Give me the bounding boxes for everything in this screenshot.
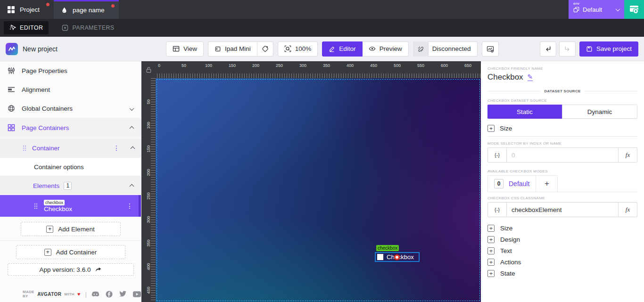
section-size[interactable]: +Size bbox=[487, 223, 637, 233]
app-version-button[interactable]: App version: 3.6.0 bbox=[8, 263, 134, 276]
checkbox-item-label: Checkbox bbox=[44, 205, 72, 212]
kebab-menu-icon[interactable]: ⋮ bbox=[113, 144, 120, 152]
v-ruler-number: 100 bbox=[146, 118, 151, 132]
dataset-source-divider-label: DATASET SOURCE bbox=[544, 89, 580, 93]
discord-icon[interactable] bbox=[91, 291, 99, 297]
checkbox-input[interactable] bbox=[377, 254, 383, 260]
modebar: EDITOR PARAMETERS bbox=[0, 19, 644, 37]
add-element-button[interactable]: + Add Element bbox=[21, 222, 121, 236]
h-ruler-number: 650 bbox=[464, 63, 471, 68]
section-state[interactable]: +State bbox=[487, 269, 637, 278]
global-containers-label: Global Containers bbox=[22, 105, 73, 112]
sidebar-item-page-containers[interactable]: Page Containers bbox=[0, 118, 141, 138]
undo-button[interactable] bbox=[540, 41, 556, 57]
unsaved-dot bbox=[111, 4, 115, 8]
section-text[interactable]: +Text bbox=[487, 246, 637, 256]
sidebar-item-alignment[interactable]: Alignment bbox=[0, 80, 141, 99]
env-value: Default bbox=[583, 6, 602, 13]
expand-icon: + bbox=[487, 236, 495, 243]
checkbox-modes-tabs: 0 Default + bbox=[487, 175, 637, 192]
section-design-label: Design bbox=[500, 236, 520, 243]
drag-handle-icon[interactable] bbox=[23, 145, 26, 151]
tree-item-elements[interactable]: Elements 1 bbox=[0, 176, 141, 195]
parameters-x-icon bbox=[62, 24, 68, 31]
twitter-icon[interactable] bbox=[119, 291, 127, 297]
h-ruler-number: 100 bbox=[205, 63, 212, 68]
mode-selector-input[interactable] bbox=[507, 148, 618, 162]
tree-item-container[interactable]: Container ⋮ bbox=[0, 139, 141, 157]
mode-index-badge: 0 bbox=[494, 179, 504, 188]
parameters-mode-button[interactable]: PARAMETERS bbox=[56, 21, 120, 34]
ruler-lock-button[interactable] bbox=[141, 61, 156, 78]
tree-item-container-options[interactable]: Container options bbox=[0, 157, 141, 176]
zoom-level-button[interactable]: 100% bbox=[278, 41, 318, 57]
view-button[interactable]: View bbox=[166, 41, 204, 57]
fx-icon[interactable]: fx bbox=[618, 148, 637, 162]
connection-button[interactable]: Disconnected bbox=[413, 41, 478, 57]
redo-button[interactable] bbox=[559, 41, 576, 57]
save-project-button[interactable]: Save project bbox=[579, 41, 638, 57]
tab-project[interactable]: Project bbox=[0, 0, 54, 19]
section-actions[interactable]: +Actions bbox=[487, 257, 637, 267]
add-mode-button[interactable]: + bbox=[536, 175, 558, 192]
env-selector[interactable]: env Default bbox=[569, 0, 624, 19]
page-containers-label: Page Containers bbox=[22, 124, 69, 131]
braces-icon[interactable]: {-} bbox=[488, 203, 507, 217]
container-selection-border bbox=[157, 79, 480, 301]
section-size-label: Size bbox=[500, 225, 512, 232]
rotate-device-button[interactable] bbox=[257, 41, 273, 57]
size-top-label: Size bbox=[500, 125, 512, 132]
canvas-stage[interactable]: checkbox Checkbox bbox=[156, 78, 481, 302]
h-ruler-number: 600 bbox=[441, 63, 448, 68]
sidebar-item-page-properties[interactable]: Page Properties bbox=[0, 61, 141, 80]
static-option[interactable]: Static bbox=[487, 105, 562, 119]
facebook-icon[interactable] bbox=[106, 291, 113, 298]
heart-icon: ♥ bbox=[77, 291, 81, 297]
fx-icon[interactable]: fx bbox=[618, 203, 637, 217]
sidebar-item-global-containers[interactable]: Global Containers bbox=[0, 99, 141, 118]
drag-handle-icon[interactable] bbox=[34, 203, 38, 209]
youtube-icon[interactable] bbox=[133, 291, 141, 297]
device-button[interactable]: Ipad Mini bbox=[208, 41, 257, 57]
h-ruler: 050100150200250300350400450500550600650 bbox=[156, 61, 481, 78]
canvas-area: 050100150200250300350400450500550600650 … bbox=[141, 61, 481, 302]
edit-name-icon[interactable]: ✎ bbox=[528, 73, 533, 81]
section-design[interactable]: +Design bbox=[487, 235, 637, 245]
h-ruler-number: 450 bbox=[370, 63, 377, 68]
dynamic-option[interactable]: Dynamic bbox=[562, 105, 637, 119]
brand: New project bbox=[6, 43, 58, 55]
checkbox-element-label: Checkbox bbox=[387, 253, 414, 261]
elements-label: Elements bbox=[33, 182, 59, 189]
app-version-zone: App version: 3.6.0 bbox=[0, 263, 141, 276]
zoom-icon bbox=[284, 45, 291, 52]
mode-selector-label: MODE SELECTOR BY INDEX OR NAME bbox=[487, 141, 637, 146]
mode-name-label: Default bbox=[509, 180, 529, 188]
add-container-button[interactable]: + Add Container bbox=[16, 245, 125, 259]
expand-icon: + bbox=[487, 225, 495, 232]
css-classname-input[interactable] bbox=[507, 203, 618, 217]
element-type-tag: checkbox bbox=[44, 200, 65, 205]
env-caption: env bbox=[573, 1, 619, 6]
monitor-chart-button[interactable] bbox=[482, 41, 499, 57]
element-type-tag: checkbox bbox=[376, 245, 399, 251]
tab-page-name[interactable]: page name bbox=[54, 0, 119, 19]
chevron-down-icon bbox=[616, 7, 620, 11]
device-group: Ipad Mini bbox=[208, 41, 273, 57]
tree-item-checkbox[interactable]: checkbox Checkbox ⋮ bbox=[0, 195, 141, 217]
kebab-menu-icon[interactable]: ⋮ bbox=[126, 202, 135, 210]
size-expander-top[interactable]: + Size bbox=[487, 124, 637, 137]
preview-label: Preview bbox=[380, 45, 402, 52]
avgator-wordmark: AVGATOR bbox=[37, 292, 61, 297]
unsaved-dot bbox=[46, 3, 50, 6]
share-arrow-icon bbox=[95, 267, 101, 272]
editor-view-button[interactable]: Editor bbox=[322, 41, 362, 57]
run-app-button[interactable] bbox=[624, 0, 644, 19]
page-properties-label: Page Properties bbox=[22, 67, 67, 74]
braces-icon[interactable]: {-} bbox=[488, 148, 507, 162]
mode-tab-default[interactable]: 0 Default bbox=[487, 175, 536, 192]
dataset-source-label: CHECKBOX DATASET SOURCE bbox=[487, 98, 637, 103]
preview-button[interactable]: Preview bbox=[363, 41, 409, 57]
editor-mode-button[interactable]: EDITOR bbox=[4, 21, 49, 34]
checkbox-element[interactable]: Checkbox bbox=[375, 252, 420, 262]
plus-icon: + bbox=[46, 226, 53, 233]
